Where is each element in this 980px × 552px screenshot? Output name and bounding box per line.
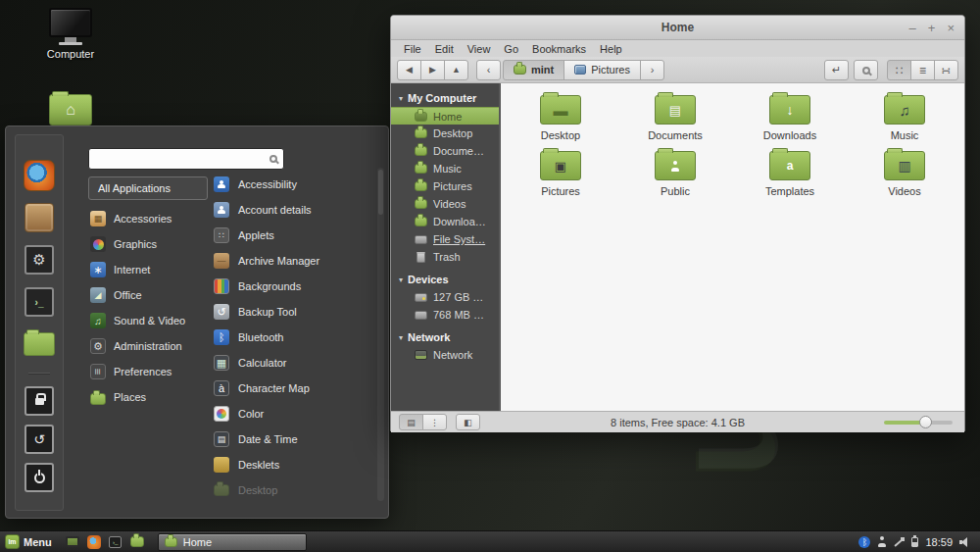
breadcrumb-mint[interactable]: mint	[503, 60, 564, 80]
desktop-icon-computer[interactable]: Computer	[36, 8, 105, 60]
folder-icon	[415, 217, 427, 226]
files-launcher[interactable]	[23, 327, 56, 361]
grid-view-button[interactable]: ∷	[887, 60, 911, 80]
forward-button[interactable]: ▶	[420, 60, 445, 80]
file-view[interactable]: ▬ Desktop ▤ Documents ↓ Downloads ♫ Musi…	[501, 83, 964, 411]
file-public[interactable]: Public	[626, 147, 724, 197]
logout-icon: ↺	[33, 431, 45, 447]
desktop-icon-home[interactable]: ⌂	[36, 90, 105, 125]
app-backup-tool[interactable]: ↺ Backup Tool	[214, 299, 374, 325]
app-desklets[interactable]: Desklets	[214, 452, 374, 477]
app-color[interactable]: Color	[214, 401, 374, 427]
clock[interactable]: 18:59	[925, 536, 953, 548]
category-internet[interactable]: ∗ Internet	[88, 257, 208, 282]
sidebar-item-768mb-volume[interactable]: 768 MB …	[391, 306, 499, 324]
sidebar-item-videos[interactable]: Videos	[391, 195, 499, 213]
menu-scrollbar-thumb[interactable]	[378, 170, 383, 215]
compact-view-button[interactable]: ∺	[934, 60, 958, 80]
category-graphics[interactable]: Graphics	[88, 231, 208, 257]
terminal-launcher[interactable]: ›_	[23, 285, 56, 319]
category-all-applications[interactable]: All Applications	[88, 176, 208, 200]
sidebar-item-home[interactable]: Home	[391, 107, 499, 125]
file-downloads[interactable]: ↓ Downloads	[741, 91, 839, 141]
app-label: Color	[238, 408, 264, 420]
menu-help[interactable]: Help	[593, 43, 629, 55]
list-view-button[interactable]: ≡	[910, 60, 935, 80]
category-places[interactable]: Places	[88, 384, 208, 410]
menu-scrollbar[interactable]	[377, 168, 384, 501]
app-calculator[interactable]: ▦ Calculator	[214, 350, 374, 376]
sidebar-item-downloads[interactable]: Downloa…	[391, 213, 499, 230]
volume-tray-icon[interactable]	[959, 537, 971, 547]
app-accessibility[interactable]: Accessibility	[214, 172, 374, 197]
app-applets[interactable]: ∷ Applets	[214, 223, 374, 248]
category-sound-video[interactable]: ♫ Sound & Video	[88, 308, 208, 333]
app-label: Accessibility	[238, 178, 297, 190]
logout-button[interactable]: ↺	[24, 425, 54, 454]
category-office[interactable]: ◢ Office	[88, 282, 208, 308]
bluetooth-tray-icon[interactable]: ᛒ	[858, 536, 870, 548]
zoom-slider[interactable]	[884, 421, 953, 425]
taskbar-window-home[interactable]: Home	[158, 533, 307, 551]
file-documents[interactable]: ▤ Documents	[626, 91, 724, 141]
file-desktop[interactable]: ▬ Desktop	[512, 91, 610, 141]
app-desktop[interactable]: Desktop	[214, 477, 374, 503]
sidebar-item-music[interactable]: Music	[391, 160, 499, 177]
sidebar-item-network[interactable]: Network	[391, 346, 499, 364]
menu-search-box[interactable]	[88, 148, 284, 170]
menu-button[interactable]: Menu	[24, 536, 52, 548]
category-administration[interactable]: ⚙ Administration	[88, 333, 208, 359]
sidebar-item-desktop[interactable]: Desktop	[391, 125, 499, 142]
location-entry-button[interactable]: ↵	[824, 60, 849, 80]
file-videos[interactable]: ▥ Videos	[856, 147, 954, 197]
terminal-taskbar-launcher[interactable]: ›_	[107, 533, 124, 551]
file-pictures[interactable]: ▣ Pictures	[512, 147, 610, 197]
firefox-launcher[interactable]	[23, 159, 56, 192]
category-accessories[interactable]: ▦ Accessories	[88, 206, 208, 231]
menu-view[interactable]: View	[461, 43, 498, 55]
app-date-time[interactable]: ▤ Date & Time	[214, 427, 374, 452]
app-account-details[interactable]: Account details	[214, 197, 374, 223]
lock-screen-button[interactable]	[24, 386, 54, 416]
up-button[interactable]: ▲	[444, 60, 468, 80]
minimize-button[interactable]: –	[909, 22, 916, 34]
file-templates[interactable]: a Templates	[741, 147, 839, 197]
firefox-taskbar-launcher[interactable]	[85, 533, 103, 551]
section-network[interactable]: ▾ Network	[391, 327, 499, 346]
section-my-computer[interactable]: ▾ My Computer	[391, 88, 499, 107]
breadcrumb-pictures[interactable]: Pictures	[564, 60, 641, 80]
network-tray-icon[interactable]	[894, 537, 905, 547]
shutdown-button[interactable]	[24, 463, 54, 492]
sidebar-item-trash[interactable]: Trash	[391, 248, 499, 266]
sidebar-item-file-system[interactable]: File Syst…	[391, 230, 499, 248]
search-button[interactable]	[854, 60, 878, 80]
back-button[interactable]: ◀	[397, 60, 421, 80]
window-titlebar[interactable]: Home – + ×	[391, 16, 964, 40]
app-archive-manager[interactable]: — Archive Manager	[214, 248, 374, 274]
app-bluetooth[interactable]: ᛒ Bluetooth	[214, 325, 374, 350]
app-character-map[interactable]: à Character Map	[214, 376, 374, 401]
sidebar-item-documents[interactable]: Docume…	[391, 142, 499, 160]
files-taskbar-launcher[interactable]	[128, 533, 146, 551]
file-music[interactable]: ♫ Music	[856, 91, 954, 141]
user-applet-icon[interactable]	[877, 536, 887, 547]
section-devices[interactable]: ▾ Devices	[391, 270, 499, 288]
mint-menu-button-icon[interactable]: lm	[5, 534, 20, 549]
system-settings-launcher[interactable]: ⚙	[23, 243, 56, 276]
app-backgrounds[interactable]: Backgrounds	[214, 274, 374, 299]
sidebar-item-pictures[interactable]: Pictures	[391, 177, 499, 195]
maximize-button[interactable]: +	[928, 22, 936, 34]
software-manager-launcher[interactable]	[23, 201, 56, 234]
sidebar-item-127gb-volume[interactable]: 127 GB …	[391, 288, 499, 306]
breadcrumb-prev-button[interactable]: ‹	[476, 60, 501, 80]
breadcrumb-next-button[interactable]: ›	[640, 60, 664, 80]
menu-go[interactable]: Go	[497, 43, 525, 55]
menu-bookmarks[interactable]: Bookmarks	[525, 43, 593, 55]
show-desktop-button[interactable]	[64, 533, 81, 551]
menu-file[interactable]: File	[397, 43, 428, 55]
search-input[interactable]	[95, 153, 270, 165]
menu-edit[interactable]: Edit	[428, 43, 461, 55]
close-button[interactable]: ×	[947, 22, 955, 34]
category-preferences[interactable]: ≡ Preferences	[88, 359, 208, 384]
battery-tray-icon[interactable]	[911, 537, 918, 547]
